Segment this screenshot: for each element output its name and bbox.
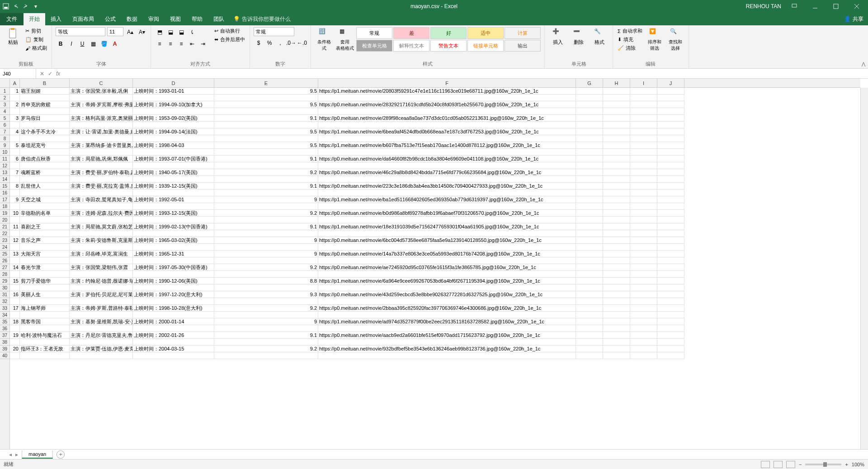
col-header[interactable]: J xyxy=(657,79,684,87)
cell[interactable] xyxy=(576,271,603,278)
cell[interactable] xyxy=(630,237,657,244)
ribbon-tab-6[interactable]: 视图 xyxy=(165,13,186,25)
cell[interactable] xyxy=(603,291,630,298)
cell[interactable] xyxy=(318,176,576,183)
zoom-out-icon[interactable]: − xyxy=(799,462,802,467)
cell[interactable]: 上映时间：1997-12-20(意大利) xyxy=(133,291,214,298)
cell[interactable] xyxy=(630,196,657,203)
cell[interactable] xyxy=(10,298,20,305)
cell[interactable]: 9.5 xyxy=(214,88,318,95)
merge-center-button[interactable]: ⬌合并后居中 xyxy=(213,36,246,43)
cell[interactable] xyxy=(657,339,684,346)
cell[interactable]: https://p1.meituan.net/movie/b607fba7513… xyxy=(318,142,576,149)
currency-icon[interactable]: $ xyxy=(254,38,264,48)
cell[interactable]: 音乐之声 xyxy=(20,237,70,244)
row-header[interactable]: 1 xyxy=(0,88,9,95)
copy-button[interactable]: 📋复制 xyxy=(24,36,48,43)
cell[interactable]: 9.1 xyxy=(214,115,318,122)
cell[interactable]: 主演：蒂姆·罗斯,普路特·泰勒·文斯,比尔·努恩 xyxy=(70,305,133,312)
cell[interactable]: 2 xyxy=(10,101,20,108)
cell[interactable] xyxy=(318,271,576,278)
cell[interactable] xyxy=(576,196,603,203)
cell[interactable] xyxy=(20,257,70,264)
cell[interactable] xyxy=(10,312,20,318)
ribbon-tab-3[interactable]: 公式 xyxy=(99,13,121,25)
row-header[interactable]: 20 xyxy=(0,217,9,223)
cell[interactable] xyxy=(630,135,657,142)
cell[interactable] xyxy=(576,95,603,101)
cell[interactable]: 主演：蒂姆·罗宾斯,摩根·弗里曼,鲍勃·冈顿 xyxy=(70,101,133,108)
insert-cells-button[interactable]: ➕插入 xyxy=(548,27,567,47)
style-cell[interactable]: 常规 xyxy=(356,27,392,39)
cell[interactable] xyxy=(214,149,318,156)
cell[interactable]: 上映时间：2004-03-15 xyxy=(133,346,214,352)
cell[interactable]: 主演：格利高里·派克,奥黛丽·赫本,埃迪·艾伯特 xyxy=(70,115,133,122)
cell[interactable] xyxy=(576,189,603,196)
cell[interactable]: 13 xyxy=(10,251,20,257)
cell[interactable] xyxy=(10,230,20,237)
indent-increase-icon[interactable]: ⇥ xyxy=(198,39,208,49)
cell[interactable] xyxy=(603,325,630,332)
align-center-icon[interactable]: ≡ xyxy=(165,39,175,49)
cell[interactable]: 9.2 xyxy=(214,264,318,271)
cell[interactable] xyxy=(318,284,576,291)
row-header[interactable]: 16 xyxy=(0,189,9,196)
orientation-icon[interactable]: ⤹ xyxy=(187,27,197,37)
cell[interactable] xyxy=(576,142,603,149)
cell[interactable] xyxy=(603,176,630,183)
cell[interactable] xyxy=(20,217,70,223)
cell[interactable] xyxy=(630,101,657,108)
cell[interactable]: 9.3 xyxy=(214,291,318,298)
cell[interactable] xyxy=(603,264,630,271)
cell[interactable] xyxy=(657,183,684,189)
cell[interactable] xyxy=(133,244,214,251)
cell[interactable]: 上映时间：1993-07-01(中国香港) xyxy=(133,156,214,162)
cell[interactable] xyxy=(133,149,214,156)
name-box[interactable]: J40 xyxy=(0,69,36,78)
cell[interactable]: 3 xyxy=(10,115,20,122)
cell[interactable]: 16 xyxy=(10,291,20,298)
cell[interactable] xyxy=(133,325,214,332)
cell[interactable] xyxy=(318,352,576,359)
cell[interactable]: 9 xyxy=(214,237,318,244)
cell[interactable] xyxy=(70,284,133,291)
cell[interactable]: 这个杀手不太冷 xyxy=(20,128,70,135)
cell[interactable] xyxy=(214,271,318,278)
cell[interactable] xyxy=(576,278,603,284)
cell[interactable] xyxy=(657,135,684,142)
cell[interactable] xyxy=(657,210,684,217)
cell[interactable] xyxy=(133,176,214,183)
cell[interactable] xyxy=(576,339,603,346)
close-icon[interactable] xyxy=(849,0,864,13)
cell[interactable] xyxy=(657,108,684,115)
cell[interactable] xyxy=(576,352,603,359)
cell[interactable] xyxy=(70,352,133,359)
cell[interactable] xyxy=(214,339,318,346)
style-cell[interactable]: 适中 xyxy=(467,27,504,39)
cell[interactable]: 主演：寺田农,鹫尾真知子,龟山助清 xyxy=(70,196,133,203)
cell[interactable]: 上映时间：2002-01-26 xyxy=(133,332,214,339)
cell[interactable] xyxy=(318,95,576,101)
cell[interactable] xyxy=(20,108,70,115)
cell[interactable] xyxy=(576,88,603,95)
cell[interactable] xyxy=(657,346,684,352)
fx-icon[interactable]: fx xyxy=(56,71,60,77)
cell[interactable] xyxy=(70,230,133,237)
increase-font-icon[interactable]: A▴ xyxy=(125,27,135,37)
row-header[interactable]: 40 xyxy=(0,352,9,359)
cell[interactable]: 指环王3：王者无敌 xyxy=(20,346,70,352)
cell[interactable] xyxy=(10,325,20,332)
cell[interactable] xyxy=(630,244,657,251)
col-header[interactable]: E xyxy=(214,79,318,87)
align-middle-icon[interactable]: ⬓ xyxy=(165,27,175,37)
cell[interactable]: 5 xyxy=(10,142,20,149)
cell[interactable]: 9 xyxy=(10,196,20,203)
cell[interactable] xyxy=(603,346,630,352)
row-header[interactable]: 4 xyxy=(0,108,9,115)
cell[interactable] xyxy=(576,115,603,122)
cell[interactable] xyxy=(603,183,630,189)
cell[interactable] xyxy=(70,325,133,332)
cell[interactable] xyxy=(603,237,630,244)
style-cell[interactable]: 链接单元格 xyxy=(467,40,504,52)
cell[interactable] xyxy=(657,318,684,325)
